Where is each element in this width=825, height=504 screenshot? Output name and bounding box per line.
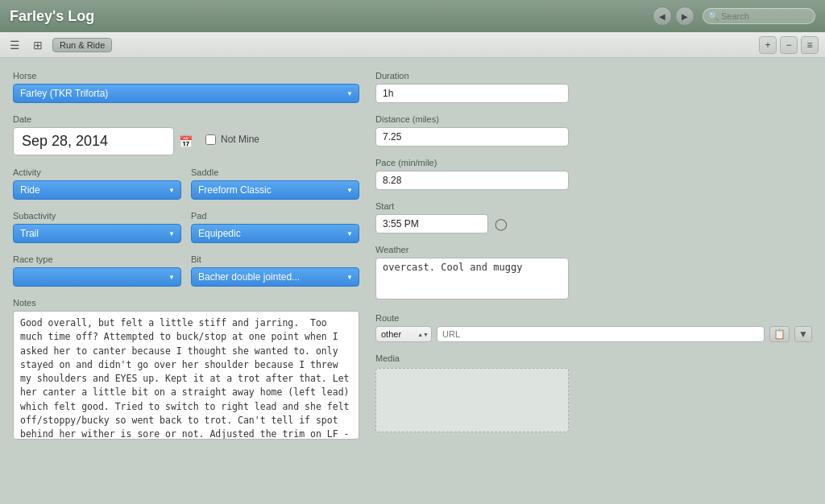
pad-label: Pad [191,211,359,221]
pace-field-group: Pace (min/mile) 8.28 [375,158,812,190]
not-mine-wrap: Not Mine [205,119,259,145]
saddle-select-wrap: Freeform Classic [191,180,359,200]
run-ride-tag[interactable]: Run & Ride [52,38,112,52]
weather-field-group: Weather overcast. Cool and muggy [375,245,812,302]
activity-select-wrap: Ride [13,180,181,200]
remove-button[interactable]: − [780,36,798,54]
pad-select-wrap: Equipedic [191,224,359,243]
date-label: Date [13,114,193,124]
race-type-select-wrap [13,267,181,287]
clock-icon[interactable]: ◯ [495,217,508,230]
distance-label: Distance (miles) [375,114,812,124]
notes-textarea[interactable]: Good overall, but felt a little stiff an… [13,311,359,440]
weather-label: Weather [375,245,812,254]
saddle-label: Saddle [191,167,359,177]
start-input[interactable]: 3:55 PM [375,214,488,233]
duration-field-group: Duration 1h [375,71,812,103]
subactivity-select-wrap: Trail [13,224,181,243]
subactivity-label: Subactivity [13,211,181,221]
weather-textarea[interactable]: overcast. Cool and muggy [375,258,569,300]
activity-label: Activity [13,167,181,177]
saddle-field-group: Saddle Freeform Classic [191,167,359,200]
bit-select-wrap: Bacher double jointed... [191,267,359,287]
horse-field-group: Horse Farley (TKR Triforta) [13,71,359,103]
subactivity-select[interactable]: Trail [13,224,181,243]
pace-input[interactable]: 8.28 [375,171,569,190]
toolbar-right: + − ≡ [759,36,819,54]
racetype-bit-row: Race type Bit Bacher double jointed... [13,254,359,298]
calendar-icon[interactable]: 📅 [179,135,193,148]
notes-field-group: Notes Good overall, but felt a little st… [13,298,359,442]
subactivity-field-group: Subactivity Trail [13,211,181,243]
main-content: Horse Farley (TKR Triforta) Date Sep 28,… [0,58,825,504]
not-mine-checkbox[interactable] [205,134,216,145]
route-label: Route [375,313,812,323]
route-type-select[interactable]: other URL GPX [375,326,432,342]
route-dropdown-icon[interactable]: ▼ [794,326,812,342]
nav-buttons: ◀ ▶ [653,6,694,26]
route-field-group: Route other URL GPX 📋 ▼ [375,313,812,342]
horse-select[interactable]: Farley (TKR Triforta) [13,84,359,103]
horse-label: Horse [13,71,359,81]
list-view-icon[interactable]: ☰ [6,37,23,53]
start-field-group: Start 3:55 PM ◯ [375,201,812,233]
route-copy-icon[interactable]: 📋 [769,326,790,342]
titlebar: Farley's Log ◀ ▶ 🔍 [0,0,825,32]
race-type-select[interactable] [13,267,181,287]
bit-select[interactable]: Bacher double jointed... [191,267,359,287]
distance-input[interactable]: 7.25 [375,127,569,147]
activity-select[interactable]: Ride [13,180,181,200]
back-button[interactable]: ◀ [653,6,672,26]
bit-field-group: Bit Bacher double jointed... [191,254,359,287]
start-label: Start [375,201,812,211]
bit-label: Bit [191,254,359,264]
menu-button[interactable]: ≡ [801,36,819,54]
route-type-select-wrap: other URL GPX [375,326,432,342]
activity-field-group: Activity Ride [13,167,181,200]
app-title: Farley's Log [10,8,653,25]
duration-label: Duration [375,71,812,81]
media-drop-area[interactable] [375,368,569,432]
date-input-wrap: Sep 28, 2014 📅 [13,127,193,155]
distance-field-group: Distance (miles) 7.25 [375,114,812,147]
activity-saddle-row: Activity Ride Saddle Freeform Classic [13,167,359,211]
notes-label: Notes [13,298,359,308]
subactivity-pad-row: Subactivity Trail Pad Equipedic [13,211,359,254]
left-panel: Horse Farley (TKR Triforta) Date Sep 28,… [13,71,375,491]
not-mine-label: Not Mine [221,134,259,145]
media-label: Media [375,353,812,363]
date-input[interactable]: Sep 28, 2014 [13,127,174,155]
add-button[interactable]: + [759,36,777,54]
forward-button[interactable]: ▶ [675,6,694,26]
route-row: other URL GPX 📋 ▼ [375,326,812,342]
race-type-field-group: Race type [13,254,181,287]
right-panel: Duration 1h Distance (miles) 7.25 Pace (… [375,71,812,491]
horse-select-wrap: Farley (TKR Triforta) [13,84,359,103]
grid-view-icon[interactable]: ⊞ [30,37,46,53]
route-url-input[interactable] [437,326,765,342]
search-wrap: 🔍 [703,8,815,24]
date-field-group: Date Sep 28, 2014 📅 [13,114,193,155]
pace-label: Pace (min/mile) [375,158,812,167]
pad-select[interactable]: Equipedic [191,224,359,243]
start-row: 3:55 PM ◯ [375,214,812,233]
saddle-select[interactable]: Freeform Classic [191,180,359,200]
race-type-label: Race type [13,254,181,264]
pad-field-group: Pad Equipedic [191,211,359,243]
duration-input[interactable]: 1h [375,84,569,103]
media-field-group: Media [375,353,812,432]
toolbar: ☰ ⊞ Run & Ride + − ≡ [0,32,825,58]
search-input[interactable] [703,8,815,24]
